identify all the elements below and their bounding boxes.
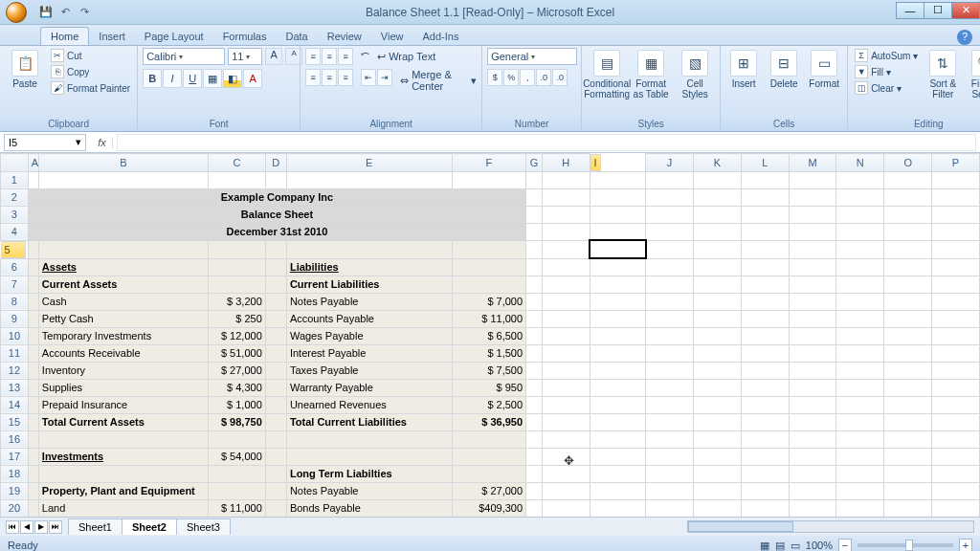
close-button[interactable]: ✕ [951, 2, 980, 19]
cell-A9[interactable] [28, 310, 38, 327]
cell-C18[interactable] [208, 465, 265, 482]
cell-N20[interactable] [836, 499, 884, 517]
cell-D9[interactable] [265, 310, 286, 327]
cell-styles-button[interactable]: ▧Cell Styles [675, 50, 715, 99]
insert-cells-button[interactable]: ⊞Insert [725, 50, 762, 89]
decrease-indent-button[interactable]: ⇤ [361, 69, 376, 86]
cell-D7[interactable] [265, 276, 286, 293]
cell-P16[interactable] [932, 430, 980, 448]
col-header-K[interactable]: K [694, 154, 742, 172]
cell-C13[interactable]: $ 4,300 [208, 379, 265, 396]
cell-B16[interactable] [38, 430, 208, 448]
cell-L14[interactable] [741, 396, 789, 413]
cell-F19[interactable]: $ 27,000 [452, 482, 526, 499]
align-bottom-button[interactable]: ≡ [338, 48, 353, 65]
font-name-select[interactable]: Calibri▾ [143, 48, 225, 65]
tab-add-ins[interactable]: Add-Ins [412, 28, 468, 45]
row-header-3[interactable]: 3 [1, 206, 29, 223]
cell-D5[interactable] [265, 240, 286, 258]
cell-F6[interactable] [452, 258, 526, 276]
cut-button[interactable]: ✂Cut [49, 48, 132, 63]
col-header-J[interactable]: J [646, 154, 694, 172]
cell-A1[interactable] [28, 171, 38, 188]
fx-icon[interactable]: fx [92, 137, 113, 148]
tab-review[interactable]: Review [318, 28, 371, 45]
cell-K9[interactable] [694, 310, 742, 327]
row-header-17[interactable]: 17 [1, 448, 29, 465]
cell-A11[interactable] [28, 344, 38, 362]
cell-D13[interactable] [265, 379, 286, 396]
cell-J19[interactable] [646, 482, 694, 499]
tab-data[interactable]: Data [276, 28, 317, 45]
cell-J12[interactable] [646, 362, 694, 379]
font-size-select[interactable]: 11▾ [228, 48, 262, 65]
cell-F8[interactable]: $ 7,000 [452, 293, 526, 310]
cell-E8[interactable]: Notes Payable [286, 293, 452, 310]
row-header-10[interactable]: 10 [1, 327, 29, 344]
cell-L18[interactable] [741, 465, 789, 482]
row-header-6[interactable]: 6 [1, 258, 29, 276]
cell-C15[interactable]: $ 98,750 [208, 413, 265, 430]
row-header-20[interactable]: 20 [1, 499, 29, 517]
cell-I20[interactable] [590, 499, 646, 517]
cell-H11[interactable] [542, 344, 590, 362]
cell-L12[interactable] [741, 362, 789, 379]
cell-I19[interactable] [590, 482, 646, 499]
cell-B15[interactable]: Total Current Assets [38, 413, 208, 430]
cell-L11[interactable] [741, 344, 789, 362]
cell-M16[interactable] [789, 430, 836, 448]
cell-E9[interactable]: Accounts Payable [286, 310, 452, 327]
cell-M13[interactable] [789, 379, 836, 396]
cell-M14[interactable] [789, 396, 836, 413]
cell-A14[interactable] [28, 396, 38, 413]
col-header-M[interactable]: M [789, 154, 836, 172]
worksheet[interactable]: ABCDEFGHIJKLMNOP12Example Company Inc3Ba… [0, 153, 980, 517]
cell-E15[interactable]: Total Current Liabilities [286, 413, 452, 430]
tab-page-layout[interactable]: Page Layout [135, 28, 213, 45]
cell-C19[interactable] [208, 482, 265, 499]
cell-N17[interactable] [836, 448, 884, 465]
fill-color-button[interactable]: ◧ [223, 69, 242, 88]
col-header-F[interactable]: F [452, 154, 526, 172]
cell-L15[interactable] [741, 413, 789, 430]
cell-H8[interactable] [542, 293, 590, 310]
fill-button[interactable]: ▼Fill▾ [853, 64, 920, 79]
col-header-B[interactable]: B [38, 154, 208, 172]
font-color-button[interactable]: A [243, 69, 262, 88]
cell-E6[interactable]: Liabilities [286, 258, 452, 276]
cell-E20[interactable]: Bonds Payable [286, 499, 452, 517]
cell-A6[interactable] [28, 258, 38, 276]
format-cells-button[interactable]: ▭Format [806, 50, 842, 89]
cell-B18[interactable] [38, 465, 208, 482]
cell-C7[interactable] [208, 276, 265, 293]
cell-N12[interactable] [836, 362, 884, 379]
row-header-2[interactable]: 2 [1, 188, 29, 206]
help-icon[interactable]: ? [957, 30, 972, 45]
find-select-button[interactable]: 🔍Find & Select [966, 50, 980, 99]
align-right-button[interactable]: ≡ [338, 69, 353, 86]
horizontal-scrollbar[interactable] [687, 520, 974, 533]
cell-B17[interactable]: Investments [38, 448, 208, 465]
cell-B20[interactable]: Land [38, 499, 208, 517]
cell-P7[interactable] [932, 276, 980, 293]
col-header-D[interactable]: D [265, 154, 286, 172]
row-header-19[interactable]: 19 [1, 482, 29, 499]
cell-D20[interactable] [265, 499, 286, 517]
cell-H1[interactable] [542, 171, 590, 188]
cell-E11[interactable]: Interest Payable [286, 344, 452, 362]
cell-B9[interactable]: Petty Cash [38, 310, 208, 327]
cell-G19[interactable] [526, 482, 543, 499]
cell-E12[interactable]: Taxes Payable [286, 362, 452, 379]
cell-O20[interactable] [884, 499, 932, 517]
cell-B13[interactable]: Supplies [38, 379, 208, 396]
cell-O17[interactable] [884, 448, 932, 465]
cell-P11[interactable] [932, 344, 980, 362]
name-box[interactable]: I5▾ [4, 134, 86, 151]
cell-L5[interactable] [741, 240, 789, 258]
cell-L17[interactable] [741, 448, 789, 465]
cell-I7[interactable] [590, 276, 646, 293]
cell-I13[interactable] [590, 379, 646, 396]
cell-I8[interactable] [590, 293, 646, 310]
cell-A13[interactable] [28, 379, 38, 396]
zoom-level[interactable]: 100% [806, 540, 833, 551]
